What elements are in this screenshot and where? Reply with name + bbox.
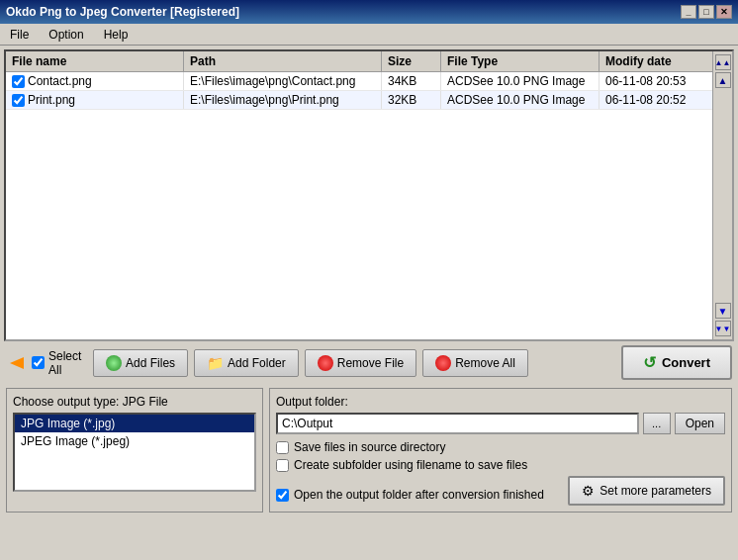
list-item-jpeg[interactable]: JPEG Image (*.jpeg) bbox=[15, 432, 254, 450]
menu-help[interactable]: Help bbox=[98, 26, 135, 44]
add-files-button[interactable]: Add Files bbox=[93, 349, 188, 377]
bottom-section: Choose output type: JPG File JPG Image (… bbox=[4, 384, 734, 516]
menu-bar: File Option Help bbox=[0, 24, 738, 46]
list-item-jpg[interactable]: JPG Image (*.jpg) bbox=[15, 415, 254, 432]
col-filetype[interactable]: File Type bbox=[441, 51, 600, 71]
open-output-folder-checkbox[interactable] bbox=[276, 489, 289, 502]
select-all-area: Select All bbox=[6, 349, 87, 377]
checkbox-row-2: Create subfolder using filename to save … bbox=[276, 458, 725, 472]
menu-file[interactable]: File bbox=[4, 26, 35, 44]
file-table: File name Path Size File Type Modify dat… bbox=[6, 51, 712, 339]
remove-all-icon bbox=[435, 355, 451, 371]
table-row: Contact.png E:\Files\image\png\Contact.p… bbox=[6, 72, 712, 91]
cell-filename-1: Contact.png bbox=[6, 72, 184, 90]
main-content: File name Path Size File Type Modify dat… bbox=[0, 46, 738, 520]
cell-path-2: E:\Files\image\png\Print.png bbox=[184, 91, 382, 109]
table-scrollbar: ▲▲ ▲ ▼ ▼▼ bbox=[712, 51, 732, 339]
save-source-dir-checkbox[interactable] bbox=[276, 441, 289, 454]
col-modifydate[interactable]: Modify date bbox=[600, 51, 712, 71]
scroll-top-button[interactable]: ▲▲ bbox=[715, 54, 731, 70]
remove-all-button[interactable]: Remove All bbox=[422, 349, 528, 377]
menu-option[interactable]: Option bbox=[43, 26, 89, 44]
title-buttons: _ □ ✕ bbox=[681, 5, 732, 19]
col-path[interactable]: Path bbox=[184, 51, 382, 71]
checkbox-row-3: Open the output folder after conversion … bbox=[276, 488, 544, 502]
scroll-down-button[interactable]: ▼ bbox=[715, 303, 731, 319]
toolbar-area: Select All Add Files 📁 Add Folder Remove… bbox=[4, 341, 734, 384]
output-type-list[interactable]: JPG Image (*.jpg) JPEG Image (*.jpeg) bbox=[13, 413, 256, 492]
row2-filename: Print.png bbox=[28, 93, 75, 107]
cell-size-2: 32KB bbox=[382, 91, 441, 109]
output-folder-panel: Output folder: ... Open Save files in so… bbox=[269, 388, 732, 513]
remove-file-icon bbox=[318, 355, 333, 371]
save-source-dir-label: Save files in source directory bbox=[294, 440, 445, 454]
create-subfolder-checkbox[interactable] bbox=[276, 459, 289, 472]
add-files-icon bbox=[106, 355, 122, 371]
row1-checkbox[interactable] bbox=[12, 75, 25, 88]
cell-type-1: ACDSee 10.0 PNG Image bbox=[441, 72, 600, 90]
row1-filename: Contact.png bbox=[28, 74, 92, 88]
title-bar: Okdo Png to Jpeg Converter [Registered] … bbox=[0, 0, 738, 24]
close-button[interactable]: ✕ bbox=[716, 5, 732, 19]
cell-date-2: 06-11-08 20:52 bbox=[600, 91, 712, 109]
cell-date-1: 06-11-08 20:53 bbox=[600, 72, 712, 90]
convert-icon: ↺ bbox=[643, 353, 656, 372]
maximize-button[interactable]: □ bbox=[698, 5, 714, 19]
set-more-params-button[interactable]: ⚙ Set more parameters bbox=[568, 476, 725, 506]
remove-file-button[interactable]: Remove File bbox=[305, 349, 416, 377]
scroll-bottom-button[interactable]: ▼▼ bbox=[715, 321, 731, 336]
back-icon[interactable] bbox=[6, 352, 28, 374]
folder-row: ... Open bbox=[276, 413, 725, 434]
folder-path-input[interactable] bbox=[276, 413, 639, 434]
gear-icon: ⚙ bbox=[582, 483, 595, 499]
open-output-folder-label: Open the output folder after conversion … bbox=[294, 488, 544, 502]
cell-type-2: ACDSee 10.0 PNG Image bbox=[441, 91, 600, 109]
folder-browse-button[interactable]: ... bbox=[643, 413, 671, 434]
output-type-panel: Choose output type: JPG File JPG Image (… bbox=[6, 388, 263, 513]
cell-filename-2: Print.png bbox=[6, 91, 184, 109]
output-type-label: Choose output type: JPG File bbox=[13, 395, 256, 409]
file-table-container: File name Path Size File Type Modify dat… bbox=[4, 49, 734, 341]
create-subfolder-label: Create subfolder using filename to save … bbox=[294, 458, 527, 472]
row2-checkbox[interactable] bbox=[12, 94, 25, 107]
add-folder-icon: 📁 bbox=[207, 355, 224, 371]
convert-button[interactable]: ↺ Convert bbox=[621, 345, 732, 380]
table-body: Contact.png E:\Files\image\png\Contact.p… bbox=[6, 72, 712, 110]
add-folder-button[interactable]: 📁 Add Folder bbox=[194, 349, 299, 377]
col-size[interactable]: Size bbox=[382, 51, 441, 71]
table-header: File name Path Size File Type Modify dat… bbox=[6, 51, 712, 72]
window-title: Okdo Png to Jpeg Converter [Registered] bbox=[6, 5, 239, 19]
scroll-up-button[interactable]: ▲ bbox=[715, 72, 731, 88]
select-all-label: Select All bbox=[48, 349, 87, 377]
folder-open-button[interactable]: Open bbox=[675, 413, 725, 434]
col-filename[interactable]: File name bbox=[6, 51, 184, 71]
checkbox-row-1: Save files in source directory bbox=[276, 440, 725, 454]
select-all-checkbox[interactable] bbox=[32, 356, 45, 369]
output-folder-label: Output folder: bbox=[276, 395, 725, 409]
table-row: Print.png E:\Files\image\png\Print.png 3… bbox=[6, 91, 712, 110]
minimize-button[interactable]: _ bbox=[681, 5, 696, 19]
cell-size-1: 34KB bbox=[382, 72, 441, 90]
cell-path-1: E:\Files\image\png\Contact.png bbox=[184, 72, 382, 90]
